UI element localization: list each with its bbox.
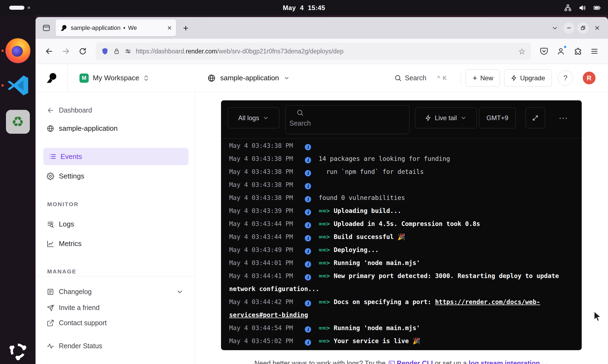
firefox-view-icon[interactable]: [39, 21, 53, 35]
note-prefix: Need better ways to work with logs? Try …: [254, 359, 386, 364]
sidebar-divider: [36, 276, 195, 276]
software-updater-dock-icon[interactable]: ♻: [0, 110, 36, 134]
system-clock[interactable]: May 4 15:45: [283, 4, 325, 12]
url-path: /web/srv-d0bgp21r0fns73dena2g/deploys/de…: [217, 48, 344, 55]
network-icon[interactable]: [564, 4, 572, 12]
log-filter-label: All logs: [238, 114, 259, 122]
url-scheme: https://dashboard.: [136, 48, 186, 55]
sidebar-item-render-status[interactable]: Render Status: [47, 342, 102, 350]
note-middle: or set up a: [433, 359, 469, 364]
log-info-icon: i: [305, 235, 311, 241]
sidebar-item-contact-support[interactable]: Contact support: [47, 319, 107, 327]
log-search-input[interactable]: Search: [285, 105, 409, 134]
browser-toolbar: https://dashboard.render.com/web/srv-d0b…: [36, 39, 608, 64]
battery-icon[interactable]: [593, 4, 601, 12]
sidebar-item-events[interactable]: Events: [43, 148, 188, 165]
log-row: May 4 03:43:39 PMi==> Uploading build...: [229, 204, 574, 217]
new-button[interactable]: + New: [466, 69, 500, 87]
pocket-icon[interactable]: [536, 44, 552, 59]
recycle-icon: ♻: [6, 110, 30, 134]
log-row: May 4 03:43:38 PMi run `npm fund` for de…: [229, 165, 574, 178]
new-tab-button[interactable]: +: [179, 21, 192, 34]
log-message: ==> Running 'node main.mjs': [319, 324, 420, 331]
lock-icon[interactable]: [113, 48, 120, 55]
account-notification-dot: [564, 45, 567, 49]
mouse-cursor: [593, 311, 604, 323]
live-tail-dropdown[interactable]: Live tail: [415, 107, 477, 128]
list-tabs-icon[interactable]: [548, 21, 562, 35]
tracking-shield-icon[interactable]: [101, 47, 109, 55]
global-search[interactable]: Search ^ K: [394, 74, 447, 82]
log-info-icon: i: [305, 183, 311, 189]
volume-icon[interactable]: [579, 4, 586, 12]
sidebar: Dashboard sample-application Events: [36, 92, 195, 364]
terminal-icon: [388, 360, 395, 364]
changelog-label: Changelog: [59, 288, 92, 296]
ubuntu-dock-icon[interactable]: [0, 340, 36, 362]
globe-icon: [207, 74, 216, 82]
log-timestamp: May 4 03:43:49 PM: [229, 243, 294, 256]
log-row: May 4 03:44:54 PMi==> Running 'node main…: [229, 321, 574, 334]
log-rows: May 4 03:43:38 PMiMay 4 03:43:38 PMi14 p…: [221, 139, 582, 347]
sidebar-service-name[interactable]: sample-application: [47, 124, 118, 133]
active-tab[interactable]: sample-application • We ×: [56, 20, 176, 36]
workspace-selector[interactable]: M My Workspace: [79, 64, 149, 92]
sidebar-item-settings[interactable]: Settings: [47, 172, 84, 180]
upgrade-button[interactable]: Upgrade: [504, 69, 552, 87]
extensions-icon[interactable]: [570, 44, 585, 59]
log-message: 14 packages are looking for funding: [319, 155, 450, 162]
log-timestamp: May 4 03:44:01 PM: [229, 256, 294, 269]
search-label: Search: [405, 74, 426, 82]
log-info-icon: i: [305, 339, 311, 346]
log-stream-link[interactable]: log stream integration →: [469, 359, 548, 364]
vscode-dock-icon[interactable]: [0, 74, 36, 97]
log-panel-more-menu[interactable]: ⋯: [559, 107, 569, 128]
bookmark-star-icon[interactable]: ☆: [518, 47, 526, 56]
forward-icon[interactable]: [58, 44, 73, 59]
log-arrow-prefix: ==>: [319, 233, 334, 240]
permissions-icon[interactable]: [124, 48, 132, 55]
window-minimize-button[interactable]: [562, 21, 576, 35]
contact-label: Contact support: [59, 319, 107, 327]
render-logo[interactable]: [36, 64, 68, 92]
window-close-button[interactable]: [590, 21, 604, 35]
logs-toolbar: All logs Search: [221, 100, 582, 134]
sidebar-item-logs[interactable]: Logs: [47, 220, 74, 228]
firefox-dock-icon[interactable]: [0, 38, 36, 63]
url-text[interactable]: https://dashboard.render.com/web/srv-d0b…: [136, 48, 514, 55]
log-timestamp: May 4 03:43:38 PM: [229, 191, 294, 204]
sidebar-back-dashboard[interactable]: Dashboard: [47, 106, 92, 114]
status-label: Render Status: [59, 342, 102, 350]
app-header: M My Workspace sample-application: [36, 64, 608, 92]
status-pulse-icon: [47, 342, 54, 350]
chevron-down-icon[interactable]: [176, 288, 184, 296]
log-row: May 4 03:43:44 PMi==> Uploaded in 4.5s. …: [229, 217, 574, 230]
log-filter-dropdown[interactable]: All logs: [228, 107, 279, 128]
account-icon[interactable]: [553, 44, 568, 59]
menu-hamburger-icon[interactable]: [587, 44, 602, 59]
help-button[interactable]: ?: [558, 71, 573, 86]
timezone-button[interactable]: GMT+9: [479, 107, 516, 128]
url-bar[interactable]: https://dashboard.render.com/web/srv-d0b…: [96, 43, 531, 60]
expand-logs-button[interactable]: [526, 107, 545, 128]
workspace-name: My Workspace: [93, 74, 139, 82]
workspace-pill-active[interactable]: [9, 6, 24, 10]
sidebar-item-metrics[interactable]: Metrics: [47, 240, 82, 248]
sidebar-item-changelog[interactable]: Changelog: [47, 288, 184, 296]
workspace-dot[interactable]: [28, 7, 30, 9]
window-restore-button[interactable]: [576, 21, 590, 35]
tab-close-icon[interactable]: ×: [167, 24, 172, 32]
browser-window: sample-application • We × +: [36, 17, 608, 364]
back-icon[interactable]: [41, 44, 57, 59]
bolt-icon: [511, 75, 517, 81]
reload-icon[interactable]: [75, 44, 90, 59]
log-timestamp: May 4 03:43:38 PM: [229, 139, 294, 152]
workspace-indicator[interactable]: [9, 0, 30, 15]
service-selector[interactable]: sample-application: [207, 64, 290, 92]
events-label: Events: [60, 152, 82, 161]
upgrade-button-label: Upgrade: [520, 74, 545, 82]
sidebar-item-invite[interactable]: Invite a friend: [47, 304, 100, 312]
paper-plane-icon: [47, 304, 54, 312]
render-cli-link[interactable]: Render CLI: [397, 359, 433, 364]
user-avatar[interactable]: R: [583, 72, 596, 84]
